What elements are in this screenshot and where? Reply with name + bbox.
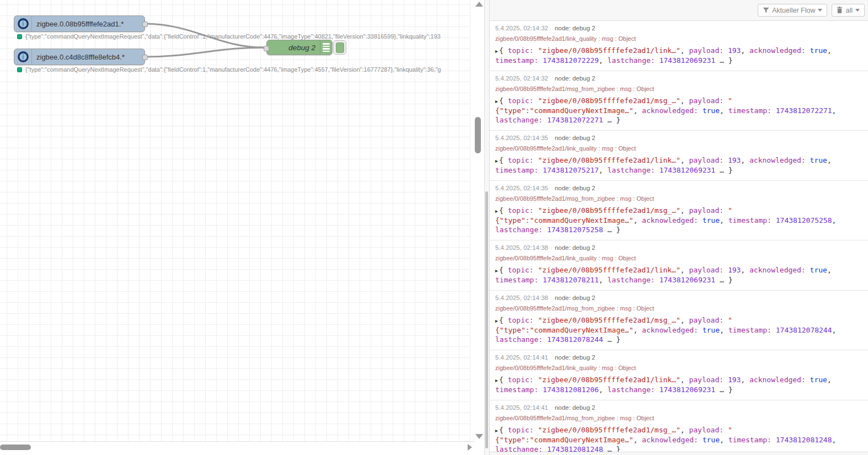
- panel-separator[interactable]: [484, 0, 490, 455]
- scroll-up-arrow[interactable]: [475, 2, 483, 7]
- chevron-down-icon: [818, 9, 822, 12]
- iobroker-icon: [14, 49, 32, 65]
- flow-node-zigbee-2[interactable]: zigbee.0.c4d8c8fffe8efcb4.*: [14, 49, 145, 65]
- message-topic: zigbee/0/08b95ffffefe2ad1/link_quality :…: [495, 35, 862, 42]
- expand-icon[interactable]: ▸: [495, 98, 498, 104]
- message-topic: zigbee/0/08b95ffffefe2ad1/msg_from_zigbe…: [495, 305, 862, 312]
- expand-icon[interactable]: ▸: [495, 377, 498, 383]
- message-body[interactable]: ▸{ topic: "zigbee/0/08b95ffffefe2ad1/lin…: [495, 375, 862, 394]
- debug-sidebar-header: Aktueller Flow all: [490, 0, 868, 21]
- message-node-label: node: debug 2: [555, 75, 596, 82]
- expand-icon[interactable]: ▸: [495, 318, 498, 324]
- expand-icon[interactable]: ▸: [495, 158, 498, 164]
- message-body[interactable]: ▸{ topic: "zigbee/0/08b95ffffefe2ad1/msg…: [495, 206, 862, 234]
- expand-icon[interactable]: ▸: [495, 208, 498, 214]
- iobroker-icon: [14, 16, 32, 31]
- scroll-right-arrow[interactable]: [468, 444, 472, 451]
- message-body[interactable]: ▸{ topic: "zigbee/0/08b95ffffefe2ad1/lin…: [495, 46, 862, 65]
- message-body[interactable]: ▸{ topic: "zigbee/0/08b95ffffefe2ad1/msg…: [495, 315, 862, 344]
- message-body-text: { topic: "zigbee/0/08b95ffffefe2ad1/msg_…: [495, 206, 836, 234]
- status-dot-icon: [17, 67, 22, 72]
- debug-list-icon: [320, 40, 332, 55]
- message-body-text: { topic: "zigbee/0/08b95ffffefe2ad1/link…: [495, 46, 832, 65]
- message-topic: zigbee/0/08b95ffffefe2ad1/msg_from_zigbe…: [495, 85, 862, 92]
- message-node-label: node: debug 2: [555, 404, 596, 411]
- output-port[interactable]: [142, 55, 148, 60]
- message-meta-row: 5.4.2025, 02:14:38node: debug 2: [495, 295, 862, 301]
- message-meta-row: 5.4.2025, 02:14:38node: debug 2: [495, 244, 862, 251]
- output-port[interactable]: [142, 22, 148, 27]
- debug-toggle-shell: [333, 40, 346, 55]
- message-date: 5.4.2025, 02:14:41: [495, 354, 548, 361]
- status-text: {"type":"commandQueryNextImageRequest","…: [25, 33, 441, 40]
- message-body[interactable]: ▸{ topic: "zigbee/0/08b95ffffefe2ad1/lin…: [495, 265, 862, 285]
- debug-message: 5.4.2025, 02:14:32node: debug 2 zigbee/0…: [490, 71, 868, 131]
- message-node-label: node: debug 2: [555, 25, 596, 31]
- expand-icon[interactable]: ▸: [495, 427, 498, 433]
- flow-canvas[interactable]: zigbee.0.08b95ffffefe2ad1.* {"type":"com…: [0, 0, 484, 455]
- message-date: 5.4.2025, 02:14:32: [495, 75, 548, 82]
- debug-message: 5.4.2025, 02:14:35node: debug 2 zigbee/0…: [490, 181, 868, 240]
- message-date: 5.4.2025, 02:14:35: [495, 135, 548, 141]
- message-date: 5.4.2025, 02:14:32: [495, 25, 548, 31]
- debug-message: 5.4.2025, 02:14:38node: debug 2 zigbee/0…: [490, 291, 868, 350]
- sidebar-footer: [490, 452, 868, 455]
- message-date: 5.4.2025, 02:14:35: [495, 185, 548, 191]
- message-topic: zigbee/0/08b95ffffefe2ad1/msg_from_zigbe…: [495, 195, 862, 202]
- debug-message: 5.4.2025, 02:14:38node: debug 2 zigbee/0…: [490, 240, 868, 291]
- debug-message: 5.4.2025, 02:14:35node: debug 2 zigbee/0…: [490, 131, 868, 181]
- message-body-text: { topic: "zigbee/0/08b95ffffefe2ad1/link…: [495, 266, 832, 284]
- node-red-app: zigbee.0.08b95ffffefe2ad1.* {"type":"com…: [0, 0, 868, 455]
- sidebar-scrollbar-thumb[interactable]: [485, 191, 488, 448]
- message-body[interactable]: ▸{ topic: "zigbee/0/08b95ffffefe2ad1/msg…: [495, 425, 862, 452]
- node-label: debug 2: [267, 44, 320, 52]
- message-meta-row: 5.4.2025, 02:14:32node: debug 2: [495, 75, 862, 82]
- message-body[interactable]: ▸{ topic: "zigbee/0/08b95ffffefe2ad1/msg…: [495, 96, 862, 125]
- message-body-text: { topic: "zigbee/0/08b95ffffefe2ad1/link…: [495, 156, 832, 174]
- message-body-text: { topic: "zigbee/0/08b95ffffefe2ad1/msg_…: [495, 97, 836, 124]
- node-label: zigbee.0.08b95ffffefe2ad1.*: [32, 20, 144, 28]
- flow-node-debug[interactable]: debug 2: [266, 40, 333, 55]
- message-body[interactable]: ▸{ topic: "zigbee/0/08b95ffffefe2ad1/lin…: [495, 156, 862, 175]
- status-text: {"type":"commandQueryNextImageRequest","…: [25, 66, 441, 73]
- debug-toggle-button[interactable]: [336, 42, 344, 53]
- horizontal-scroll-track-border: [0, 441, 474, 442]
- message-node-label: node: debug 2: [555, 295, 596, 301]
- debug-message: 5.4.2025, 02:14:41node: debug 2 zigbee/0…: [490, 350, 868, 400]
- debug-sidebar: Aktueller Flow all 5.4.2025, 02:14:32nod…: [490, 0, 868, 455]
- message-node-label: node: debug 2: [555, 135, 596, 141]
- message-body-text: { topic: "zigbee/0/08b95ffffefe2ad1/msg_…: [495, 316, 836, 344]
- node-status-1: {"type":"commandQueryNextImageRequest","…: [17, 33, 441, 40]
- message-date: 5.4.2025, 02:14:38: [495, 295, 548, 301]
- message-date: 5.4.2025, 02:14:41: [495, 404, 548, 411]
- debug-message: 5.4.2025, 02:14:41node: debug 2 zigbee/0…: [490, 400, 868, 452]
- node-status-2: {"type":"commandQueryNextImageRequest","…: [17, 66, 441, 73]
- message-topic: zigbee/0/08b95ffffefe2ad1/link_quality :…: [495, 145, 862, 152]
- expand-icon[interactable]: ▸: [495, 48, 498, 54]
- expand-icon[interactable]: ▸: [495, 267, 498, 274]
- status-dot-icon: [17, 34, 22, 39]
- filter-button[interactable]: Aktueller Flow: [758, 4, 828, 17]
- flow-node-zigbee-1[interactable]: zigbee.0.08b95ffffefe2ad1.*: [14, 15, 145, 32]
- clear-button[interactable]: all: [832, 4, 865, 17]
- message-body-text: { topic: "zigbee/0/08b95ffffefe2ad1/link…: [495, 376, 832, 394]
- horizontal-scrollbar-thumb[interactable]: [0, 445, 31, 450]
- node-label: zigbee.0.c4d8c8fffe8efcb4.*: [32, 53, 144, 61]
- vertical-scrollbar-thumb[interactable]: [475, 117, 481, 153]
- message-node-label: node: debug 2: [555, 185, 596, 191]
- debug-message: 5.4.2025, 02:14:32node: debug 2 zigbee/0…: [490, 21, 868, 71]
- clear-button-label: all: [845, 7, 853, 14]
- message-meta-row: 5.4.2025, 02:14:32node: debug 2: [495, 25, 862, 31]
- message-node-label: node: debug 2: [555, 354, 596, 361]
- message-meta-row: 5.4.2025, 02:14:35node: debug 2: [495, 135, 862, 141]
- message-date: 5.4.2025, 02:14:38: [495, 244, 548, 251]
- debug-message-list: 5.4.2025, 02:14:32node: debug 2 zigbee/0…: [490, 21, 868, 452]
- message-topic: zigbee/0/08b95ffffefe2ad1/msg_from_zigbe…: [495, 415, 862, 421]
- input-port[interactable]: [264, 46, 269, 51]
- message-meta-row: 5.4.2025, 02:14:41node: debug 2: [495, 354, 862, 361]
- scroll-down-arrow[interactable]: [475, 434, 483, 439]
- message-node-label: node: debug 2: [555, 244, 596, 251]
- filter-icon: [763, 7, 769, 14]
- chevron-down-icon: [855, 9, 860, 12]
- message-meta-row: 5.4.2025, 02:14:41node: debug 2: [495, 404, 862, 411]
